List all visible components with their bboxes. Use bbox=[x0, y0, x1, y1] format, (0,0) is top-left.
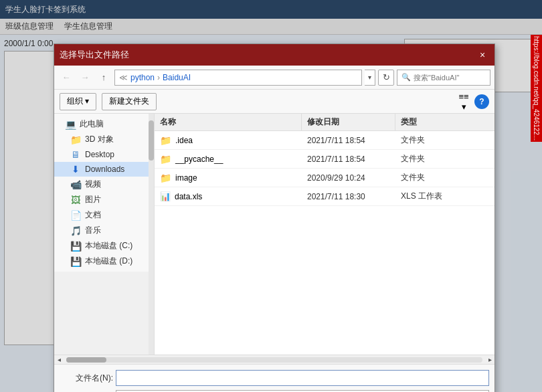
refresh-icon: ↻ bbox=[383, 72, 390, 82]
filename-label: 文件名(N): bbox=[60, 373, 113, 384]
horizontal-scrollbar[interactable]: ◂ ▸ bbox=[54, 355, 494, 364]
sidebar-item-disk-d-label: 本地磁盘 (D:) bbox=[85, 256, 132, 267]
sidebar-item-pc[interactable]: 💻 此电脑 bbox=[54, 116, 149, 132]
file-rows-container: 📁 .idea 2021/7/11 18:54 文件夹 📁 __pycache_… bbox=[155, 131, 494, 206]
file-date-cell: 2021/7/11 18:54 bbox=[302, 155, 395, 164]
sidebar-item-3d-label: 3D 对象 bbox=[85, 134, 114, 145]
folder-icon: 📁 bbox=[160, 173, 171, 183]
table-row[interactable]: 📁 .idea 2021/7/11 18:54 文件夹 bbox=[155, 131, 494, 150]
file-name-cell: 📊 data.xls bbox=[155, 191, 302, 201]
filename-row: 文件名(N): bbox=[60, 370, 489, 386]
sidebar-item-desktop-label: Desktop bbox=[85, 150, 114, 159]
sidebar-item-pc-label: 此电脑 bbox=[80, 118, 104, 130]
file-name: image bbox=[175, 173, 197, 183]
dialog-close-button[interactable]: × bbox=[476, 48, 489, 62]
table-row[interactable]: 📁 __pycache__ 2021/7/11 18:54 文件夹 bbox=[155, 150, 494, 169]
file-name: data.xls bbox=[175, 192, 202, 201]
help-button[interactable]: ? bbox=[474, 94, 489, 109]
forward-button[interactable]: → bbox=[77, 70, 93, 86]
hscroll-track bbox=[66, 357, 482, 363]
sidebar-item-disk-c-label: 本地磁盘 (C:) bbox=[85, 240, 132, 252]
new-folder-button[interactable]: 新建文件夹 bbox=[102, 93, 157, 110]
organize-button[interactable]: 组织 ▾ bbox=[60, 93, 96, 110]
file-date-cell: 2021/7/11 18:54 bbox=[302, 136, 395, 145]
file-type-cell: XLS 工作表 bbox=[395, 191, 449, 202]
file-name-cell: 📁 __pycache__ bbox=[155, 154, 302, 165]
sidebar-item-downloads[interactable]: ⬇ Downloads bbox=[54, 162, 149, 177]
file-type-cell: 文件夹 bbox=[395, 153, 449, 165]
path-separator: › bbox=[157, 73, 160, 82]
document-icon: 📄 bbox=[70, 210, 81, 221]
sidebar-item-disk-c[interactable]: 💾 本地磁盘 (C:) bbox=[54, 238, 149, 254]
refresh-button[interactable]: ↻ bbox=[378, 70, 394, 86]
filename-input[interactable] bbox=[116, 370, 489, 386]
sidebar-item-document-label: 文档 bbox=[85, 209, 101, 221]
dialog-filelist: 名称 修改日期 类型 📁 .idea 2021/7/11 18:54 文件夹 📁… bbox=[155, 114, 494, 355]
back-button[interactable]: ← bbox=[58, 70, 74, 86]
sidebar-item-3d[interactable]: 📁 3D 对象 bbox=[54, 132, 149, 147]
col-header-name[interactable]: 名称 bbox=[155, 114, 302, 130]
sidebar-item-music[interactable]: 🎵 音乐 bbox=[54, 223, 149, 238]
downloads-icon: ⬇ bbox=[70, 164, 81, 175]
xls-icon: 📊 bbox=[160, 191, 171, 201]
hscroll-left-button[interactable]: ◂ bbox=[54, 355, 64, 365]
pc-icon: 💻 bbox=[65, 119, 76, 130]
disk-d-icon: 💾 bbox=[70, 256, 81, 267]
folder-icon: 📁 bbox=[160, 154, 171, 165]
dialog-actionbar: 组织 ▾ 新建文件夹 ≡≡ ▾ ? bbox=[54, 90, 494, 114]
col-header-date[interactable]: 修改日期 bbox=[302, 114, 395, 130]
disk-c-icon: 💾 bbox=[70, 241, 81, 252]
picture-icon: 🖼 bbox=[70, 195, 81, 205]
watermark: https://blog.csdn.net/qq_4246122... bbox=[531, 35, 542, 142]
table-row[interactable]: 📁 image 2020/9/29 10:24 文件夹 bbox=[155, 169, 494, 187]
folder-icon: 📁 bbox=[160, 135, 171, 146]
sidebar-item-downloads-label: Downloads bbox=[85, 165, 124, 174]
sidebar-vscrollbar[interactable] bbox=[149, 114, 154, 355]
file-date-cell: 2020/9/29 10:24 bbox=[302, 173, 395, 183]
col-header-type[interactable]: 类型 bbox=[395, 114, 449, 130]
sidebar-item-video[interactable]: 📹 视频 bbox=[54, 177, 149, 192]
sidebar-item-desktop[interactable]: 🖥 Desktop bbox=[54, 147, 149, 162]
dialog-titlebar: 选择导出文件路径 × bbox=[54, 44, 494, 66]
view-controls: ≡≡ ▾ ? bbox=[456, 94, 489, 110]
search-input[interactable] bbox=[414, 74, 486, 82]
file-dialog: 选择导出文件路径 × ← → ↑ ≪ python › BaiduAI ▾ ↻ … bbox=[54, 43, 495, 392]
path-arrow-icon: ≪ bbox=[119, 73, 128, 82]
view-toggle-button[interactable]: ≡≡ ▾ bbox=[456, 94, 472, 110]
path-breadcrumb: ≪ python › BaiduAI bbox=[114, 70, 362, 86]
path-dropdown-button[interactable]: ▾ bbox=[365, 70, 375, 86]
dialog-toolbar: ← → ↑ ≪ python › BaiduAI ▾ ↻ 🔍 bbox=[54, 66, 494, 90]
hscroll-thumb[interactable] bbox=[66, 357, 106, 363]
sidebar-item-music-label: 音乐 bbox=[85, 225, 101, 236]
desktop-icon: 🖥 bbox=[70, 149, 81, 160]
3d-icon: 📁 bbox=[70, 134, 81, 145]
dialog-title: 选择导出文件路径 bbox=[60, 49, 129, 61]
file-type-cell: 文件夹 bbox=[395, 134, 449, 146]
file-type-cell: 文件夹 bbox=[395, 172, 449, 183]
hscroll-right-button[interactable]: ▸ bbox=[485, 355, 494, 365]
sidebar-item-picture[interactable]: 🖼 图片 bbox=[54, 192, 149, 207]
table-row[interactable]: 📊 data.xls 2021/7/11 18:30 XLS 工作表 bbox=[155, 187, 494, 206]
search-box: 🔍 bbox=[397, 70, 490, 86]
sidebar-item-disk-d[interactable]: 💾 本地磁盘 (D:) bbox=[54, 254, 149, 269]
dialog-sidebar: 💻 此电脑 📁 3D 对象 🖥 Desktop ⬇ Downloads 📹 bbox=[54, 114, 149, 272]
path-part-python[interactable]: python bbox=[130, 73, 155, 82]
search-icon: 🔍 bbox=[401, 73, 411, 82]
file-date-cell: 2021/7/11 18:30 bbox=[302, 192, 395, 201]
sidebar-item-picture-label: 图片 bbox=[85, 194, 101, 205]
path-part-baiduai[interactable]: BaiduAI bbox=[163, 73, 191, 82]
filelist-header: 名称 修改日期 类型 bbox=[155, 114, 494, 131]
sidebar-vscrollbar-thumb[interactable] bbox=[149, 120, 154, 161]
file-name: __pycache__ bbox=[175, 155, 223, 164]
dialog-content: 💻 此电脑 📁 3D 对象 🖥 Desktop ⬇ Downloads 📹 bbox=[54, 114, 494, 355]
video-icon: 📹 bbox=[70, 179, 81, 190]
file-name-cell: 📁 .idea bbox=[155, 135, 302, 146]
dialog-form: 文件名(N): 保存类型(T): 文件格式(*.xls) ▾ bbox=[54, 364, 494, 392]
dialog-sidebar-wrapper: 💻 此电脑 📁 3D 对象 🖥 Desktop ⬇ Downloads 📹 bbox=[54, 114, 155, 355]
up-button[interactable]: ↑ bbox=[96, 70, 112, 86]
file-name: .idea bbox=[175, 136, 193, 145]
sidebar-item-document[interactable]: 📄 文档 bbox=[54, 207, 149, 223]
file-name-cell: 📁 image bbox=[155, 173, 302, 183]
sidebar-item-video-label: 视频 bbox=[85, 179, 101, 190]
music-icon: 🎵 bbox=[70, 225, 81, 236]
